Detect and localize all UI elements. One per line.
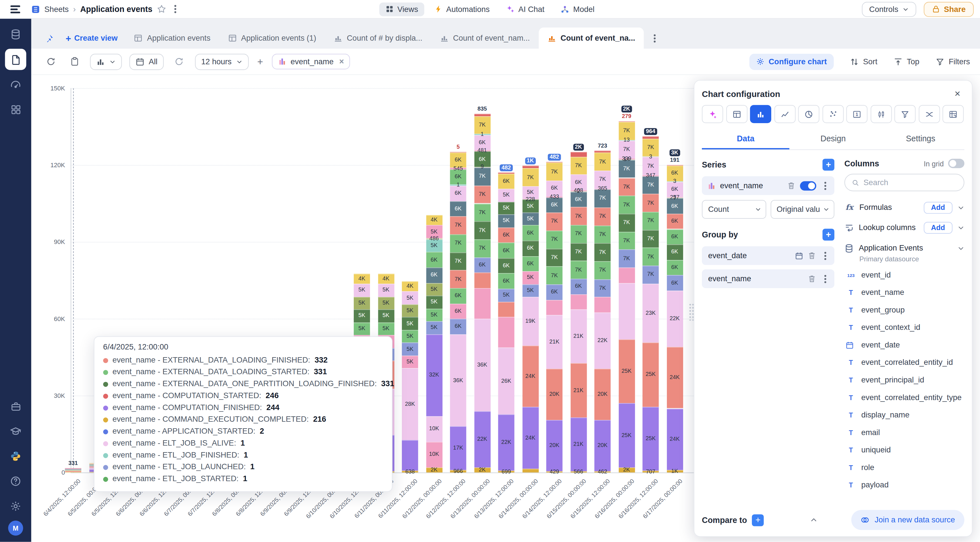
field-item-role[interactable]: Trole: [844, 459, 964, 476]
nav-automations[interactable]: Automations: [428, 2, 496, 16]
bar-6/13/2025, 00:00:00[interactable]: 2K22K36K6K7K7K7K7K7K96K4816K17K835: [474, 75, 490, 473]
chart-type-scatter[interactable]: [822, 105, 843, 123]
field-item-event_id[interactable]: 123event_id: [844, 266, 964, 284]
series-item-event-name[interactable]: event_name: [702, 176, 834, 195]
chart-type-line[interactable]: [774, 105, 795, 123]
sidebar-item-settings[interactable]: [5, 496, 27, 517]
sidebar-item-help[interactable]: [5, 470, 27, 492]
trash-icon[interactable]: [807, 251, 816, 260]
add-formula-button[interactable]: Add: [923, 202, 952, 213]
datasource-row[interactable]: Application Events: [844, 240, 964, 256]
series-chip[interactable]: event_name ×: [272, 54, 350, 69]
field-item-email[interactable]: Temail: [844, 424, 964, 441]
group-by-item-event-name[interactable]: event_name: [702, 269, 834, 288]
field-item-event_date[interactable]: event_date: [844, 336, 964, 354]
chevron-up-icon[interactable]: [810, 516, 818, 523]
sidebar-item-python[interactable]: [5, 446, 27, 467]
field-item-event_name[interactable]: Tevent_name: [844, 284, 964, 301]
chevron-down-icon[interactable]: [958, 224, 964, 231]
field-item-uniqueid[interactable]: Tuniqueid: [844, 441, 964, 459]
close-icon[interactable]: ×: [951, 88, 964, 100]
tab-count-of-event-name-active[interactable]: Count of event_na...: [539, 28, 644, 49]
star-icon[interactable]: [157, 4, 166, 14]
controls-button[interactable]: Controls: [862, 2, 916, 16]
bar-6/16/2025, 00:00:00[interactable]: 2K25K25K7K7K7K7K7K7K143397K137K2792K: [619, 75, 635, 473]
column-search[interactable]: [844, 174, 964, 191]
tab-application-events[interactable]: Application events: [125, 28, 219, 49]
pin-button[interactable]: [40, 28, 58, 49]
tab-count-by-display[interactable]: Count of # by displa...: [325, 28, 431, 49]
value-format-select[interactable]: Original valu: [770, 200, 834, 219]
chart-type-select[interactable]: [90, 54, 122, 70]
breadcrumb-section[interactable]: Sheets: [45, 5, 69, 13]
bar-6/13/2025, 12:00:00[interactable]: 69922K26K5K6K6K6K6K5K5K5K6K482: [498, 75, 514, 473]
sidebar-item-dashboards[interactable]: [5, 99, 27, 120]
configure-chart-button[interactable]: Configure chart: [749, 54, 834, 70]
bar-6/14/2025, 00:00:00[interactable]: 24K24K19K5K5K6K6K6K5K5K2285K7K1K: [522, 75, 538, 473]
sidebar-item-monitor[interactable]: [5, 74, 27, 95]
create-view-button[interactable]: + Create view: [58, 28, 125, 49]
chart-type-funnel[interactable]: [894, 105, 916, 123]
bar-6/11/2025, 12:00:00[interactable]: 63828K5K5K5K5K5K5K4K: [402, 75, 418, 473]
page-menu-icon[interactable]: [174, 8, 176, 10]
chart-type-pivot[interactable]: [942, 105, 964, 123]
tab-design[interactable]: Design: [789, 129, 877, 149]
date-range-button[interactable]: All: [129, 54, 164, 70]
panel-resize-handle[interactable]: [689, 303, 694, 321]
nav-ai-chat[interactable]: AI Chat: [500, 2, 551, 16]
field-item-event_context_id[interactable]: Tevent_context_id: [844, 319, 964, 336]
bar-6/15/2025, 12:00:00[interactable]: 46220K20K22K7K7K7K7K7K7K3657K7K723: [594, 75, 611, 473]
add-series-button[interactable]: +: [256, 56, 264, 67]
series-menu-icon[interactable]: [824, 184, 826, 186]
chart-type-pie[interactable]: [798, 105, 819, 123]
sort-button[interactable]: Sort: [850, 57, 878, 66]
field-item-event_correlated_entity_type[interactable]: Tevent_correlated_entity_type: [844, 389, 964, 406]
field-item-display_name[interactable]: Tdisplay_name: [844, 406, 964, 424]
remove-chip-icon[interactable]: ×: [338, 57, 344, 66]
add-compare-button[interactable]: +: [752, 514, 764, 526]
chart-type-sankey[interactable]: [919, 105, 940, 123]
group-by-menu-icon[interactable]: [824, 255, 826, 257]
sidebar-item-learn[interactable]: [5, 421, 27, 442]
chevron-down-icon[interactable]: [958, 245, 964, 251]
sidebar-item-sheets[interactable]: [5, 49, 27, 70]
chart-type-table[interactable]: [726, 105, 748, 123]
tab-menu-button[interactable]: [644, 28, 666, 49]
bar-6/12/2025, 00:00:00[interactable]: 2K10K10K32K5K5K5K5K6K6K5K4865K4K: [426, 75, 442, 473]
bar-6/16/2025, 12:00:00[interactable]: 70725K25K23K7K7K7K7K7K7K3477K37K964: [643, 75, 659, 473]
chart-type-single-value[interactable]: 1: [846, 105, 868, 123]
share-button[interactable]: Share: [924, 2, 974, 16]
field-item-event_principal_id[interactable]: Tevent_principal_id: [844, 371, 964, 389]
filters-button[interactable]: Filters: [935, 57, 970, 66]
field-item-event_correlated_entity_id[interactable]: Tevent_correlated_entity_id: [844, 354, 964, 371]
search-input[interactable]: [864, 178, 957, 187]
series-toggle[interactable]: [800, 181, 816, 190]
chart-type-ai-suggested[interactable]: [702, 105, 723, 123]
calendar-icon[interactable]: [795, 252, 803, 260]
chevron-down-icon[interactable]: [958, 204, 964, 211]
interval-select[interactable]: 12 hours: [195, 54, 248, 70]
sidebar-item-data[interactable]: [5, 24, 27, 45]
bar-6/12/2025, 12:00:00[interactable]: 96617K36K6K6K6K7K7K7K7K6K6K16K5456K5: [450, 75, 466, 473]
chart-type-bar[interactable]: [750, 105, 771, 123]
sidebar-item-workspace[interactable]: [5, 396, 27, 417]
bar-6/4/2025, 12:00:00[interactable]: 331: [65, 75, 81, 473]
top-button[interactable]: Top: [894, 57, 919, 66]
tab-settings[interactable]: Settings: [877, 129, 964, 149]
copy-button[interactable]: [66, 54, 83, 70]
field-item-event_group[interactable]: Tevent_group: [844, 301, 964, 319]
in-grid-toggle[interactable]: [948, 159, 964, 168]
add-lookup-button[interactable]: Add: [923, 221, 952, 234]
add-group-by-button[interactable]: +: [822, 229, 834, 241]
tab-count-of-event-name-2[interactable]: Count of event_nam...: [431, 28, 539, 49]
user-avatar[interactable]: M: [8, 521, 23, 536]
bar-6/17/2025, 00:00:00[interactable]: 1K24K24K22K6K6K6K6K6K6K72576K36K1913K: [667, 75, 683, 473]
tab-application-events-1[interactable]: Application events (1): [219, 28, 325, 49]
bar-6/14/2025, 12:00:00[interactable]: 42920K20K21K6K7K7K7K7K6K4336K7K482: [546, 75, 563, 473]
nav-views[interactable]: Views: [379, 2, 425, 16]
chart-type-candlestick[interactable]: [870, 105, 892, 123]
nav-model[interactable]: Model: [555, 2, 601, 16]
bar-6/15/2025, 00:00:00[interactable]: 56621K21K21K6K7K7K7K7K6K24086K7K2K: [570, 75, 586, 473]
group-by-menu-icon[interactable]: [824, 278, 826, 280]
aggregation-select[interactable]: Count: [702, 200, 766, 219]
